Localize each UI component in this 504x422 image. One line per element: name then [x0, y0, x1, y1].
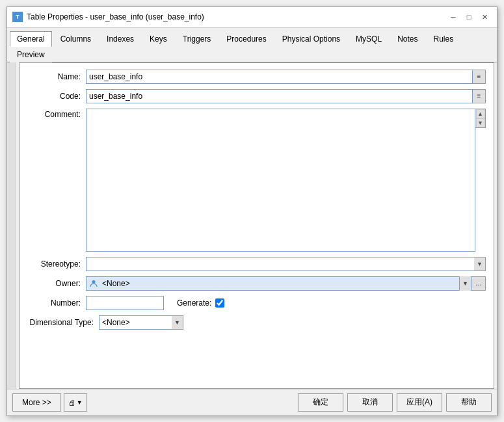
owner-input-wrapper: <None> ▼ — [86, 276, 471, 291]
app-icon: T — [12, 12, 23, 22]
name-input[interactable] — [86, 70, 473, 84]
title-bar-left: T Table Properties - user_base_info (use… — [12, 12, 204, 22]
window-controls: ─ □ ✕ — [446, 10, 492, 24]
generate-section: Generate: — [177, 298, 224, 308]
stereotype-label: Stereotype: — [27, 259, 86, 269]
left-sidebar — [7, 62, 16, 389]
content-area: Name: ≡ Code: ≡ Comment: ▲ ▼ — [19, 62, 494, 389]
number-input[interactable] — [86, 296, 164, 310]
close-button[interactable]: ✕ — [477, 10, 492, 24]
tab-preview[interactable]: Preview — [10, 47, 52, 62]
owner-value: <None> — [99, 279, 459, 288]
scroll-up-btn[interactable]: ▲ — [476, 109, 485, 118]
tab-notes[interactable]: Notes — [390, 31, 425, 47]
comment-row: Comment: ▲ ▼ — [27, 109, 486, 252]
main-window: T Table Properties - user_base_info (use… — [7, 7, 497, 416]
code-input[interactable] — [86, 89, 473, 103]
tab-columns[interactable]: Columns — [53, 31, 98, 47]
tab-keys[interactable]: Keys — [142, 31, 174, 47]
comment-textarea[interactable] — [86, 109, 475, 252]
comment-label: Comment: — [27, 109, 86, 119]
footer: More >> 🖨 ▼ 确定 取消 应用(A) 帮助 — [7, 389, 497, 415]
tabs-container: General Columns Indexes Keys Triggers Pr… — [7, 28, 497, 62]
code-button[interactable]: ≡ — [473, 89, 486, 103]
number-row: Number: Generate: — [27, 296, 486, 310]
stereotype-select-wrapper: ▼ — [86, 257, 486, 271]
tab-general[interactable]: General — [10, 31, 52, 47]
owner-dropdown-btn[interactable]: ▼ — [459, 276, 471, 291]
title-bar: T Table Properties - user_base_info (use… — [7, 7, 497, 28]
tab-procedures[interactable]: Procedures — [219, 31, 273, 47]
owner-row: Owner: <None> ▼ ... — [27, 276, 486, 291]
print-dropdown-arrow: ▼ — [77, 399, 83, 406]
help-button[interactable]: 帮助 — [446, 393, 492, 412]
cancel-button[interactable]: 取消 — [347, 393, 393, 412]
name-row: Name: ≡ — [27, 70, 486, 84]
dimensional-type-label: Dimensional Type: — [27, 318, 99, 327]
print-button[interactable]: 🖨 ▼ — [64, 393, 87, 412]
maximize-button[interactable]: □ — [462, 10, 476, 24]
footer-left: More >> 🖨 ▼ — [12, 393, 87, 412]
svg-point-0 — [92, 280, 96, 284]
dimensional-type-select-wrapper: <None> ▼ — [99, 315, 183, 330]
code-row: Code: ≡ — [27, 89, 486, 103]
number-label: Number: — [27, 298, 86, 308]
generate-checkbox[interactable] — [215, 298, 224, 308]
tab-mysql[interactable]: MySQL — [349, 31, 389, 47]
print-icon: 🖨 — [68, 399, 75, 406]
generate-label: Generate: — [177, 298, 211, 308]
tab-rules[interactable]: Rules — [426, 31, 460, 47]
name-label: Name: — [27, 72, 86, 81]
comment-scrollbar: ▲ ▼ — [475, 109, 486, 128]
ok-button[interactable]: 确定 — [298, 393, 343, 412]
window-title: Table Properties - user_base_info (user_… — [27, 12, 204, 21]
more-button[interactable]: More >> — [12, 393, 61, 412]
dimensional-type-row: Dimensional Type: <None> ▼ — [27, 315, 486, 330]
apply-button[interactable]: 应用(A) — [397, 393, 442, 412]
name-button[interactable]: ≡ — [473, 70, 486, 84]
tab-physical-options[interactable]: Physical Options — [275, 31, 347, 47]
dimensional-type-select[interactable]: <None> — [99, 315, 183, 330]
owner-browse-btn[interactable]: ... — [471, 276, 486, 291]
tab-indexes[interactable]: Indexes — [99, 31, 141, 47]
owner-person-icon — [88, 278, 99, 289]
owner-label: Owner: — [27, 279, 86, 288]
scroll-down-btn[interactable]: ▼ — [476, 118, 485, 127]
code-label: Code: — [27, 92, 86, 101]
minimize-button[interactable]: ─ — [446, 10, 460, 24]
stereotype-select[interactable] — [86, 257, 486, 271]
tab-triggers[interactable]: Triggers — [176, 31, 219, 47]
stereotype-row: Stereotype: ▼ — [27, 257, 486, 271]
